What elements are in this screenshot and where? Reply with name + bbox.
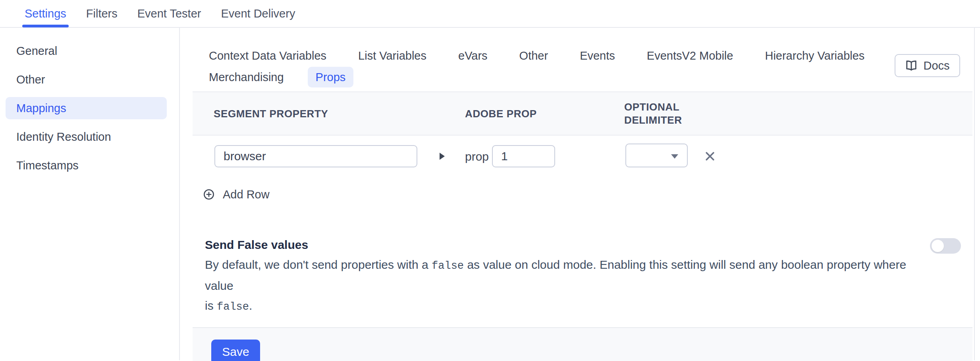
save-footer: Save [193, 327, 972, 361]
sidebar-item-timestamps[interactable]: Timestamps [6, 154, 167, 177]
sidebar-item-mappings[interactable]: Mappings [6, 97, 167, 119]
tab-merchandising[interactable]: Merchandising [201, 67, 292, 87]
sidebar-item-identity-resolution[interactable]: Identity Resolution [6, 126, 167, 148]
top-nav: Settings Filters Event Tester Event Deli… [0, 0, 980, 28]
add-row-button[interactable]: Add Row [193, 185, 296, 204]
docs-button[interactable]: Docs [895, 54, 960, 77]
mapping-table-row: prop [193, 136, 972, 185]
segment-property-input[interactable] [214, 145, 417, 167]
nav-tab-settings[interactable]: Settings [25, 0, 66, 27]
tab-hierarchy-variables[interactable]: Hierarchy Variables [757, 45, 872, 66]
nav-tab-event-delivery[interactable]: Event Delivery [221, 0, 295, 27]
remove-row-button[interactable] [703, 150, 717, 163]
send-false-values-title: Send False values [205, 237, 920, 252]
book-icon [905, 60, 918, 72]
nav-tab-event-tester[interactable]: Event Tester [137, 0, 201, 27]
delimiter-select[interactable] [625, 144, 688, 167]
tab-context-data-variables[interactable]: Context Data Variables [201, 45, 334, 66]
save-button[interactable]: Save [211, 340, 260, 361]
settings-sidebar: General Other Mappings Identity Resoluti… [0, 28, 180, 360]
variable-tabs-area: Context Data Variables List Variables eV… [193, 28, 972, 91]
tab-evars[interactable]: eVars [450, 45, 496, 66]
tab-events[interactable]: Events [572, 45, 623, 66]
docs-button-label: Docs [923, 59, 949, 72]
mappings-panel: Context Data Variables List Variables eV… [180, 28, 980, 360]
sidebar-item-other[interactable]: Other [6, 68, 167, 91]
page-body: General Other Mappings Identity Resoluti… [0, 28, 980, 360]
sidebar-item-general[interactable]: General [6, 40, 167, 62]
nav-tab-filters[interactable]: Filters [86, 0, 118, 27]
add-row-label: Add Row [223, 188, 270, 201]
toggle-knob [932, 240, 944, 252]
adobe-prop-number-input[interactable] [492, 145, 555, 167]
variable-tabs: Context Data Variables List Variables eV… [201, 45, 939, 87]
send-false-values-toggle[interactable] [930, 238, 961, 254]
mapping-table-header: SEGMENT PROPERTY ADOBE PROP OPTIONAL DEL… [193, 91, 972, 136]
tab-other[interactable]: Other [511, 45, 556, 66]
send-false-values-section: Send False values By default, we don't s… [193, 237, 972, 317]
adobe-prop-prefix-label: prop [465, 150, 489, 163]
tab-list-variables[interactable]: List Variables [350, 45, 434, 66]
column-header-optional-delimiter: OPTIONAL DELIMITER [624, 101, 704, 127]
column-header-adobe-prop: ADOBE PROP [465, 107, 537, 120]
tab-props[interactable]: Props [308, 67, 354, 87]
tab-eventsv2-mobile[interactable]: EventsV2 Mobile [639, 45, 741, 66]
column-header-segment-property: SEGMENT PROPERTY [214, 107, 328, 120]
chevron-down-icon [671, 154, 678, 159]
send-false-values-description: By default, we don't send properties wit… [205, 255, 920, 317]
arrow-right-icon [440, 153, 445, 160]
plus-circle-icon [203, 189, 214, 200]
